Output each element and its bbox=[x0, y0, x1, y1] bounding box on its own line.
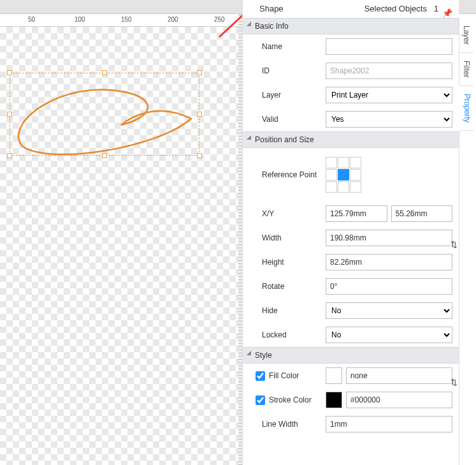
ref-se[interactable] bbox=[350, 181, 361, 193]
resize-handle-e[interactable] bbox=[197, 112, 202, 117]
ref-s[interactable] bbox=[338, 181, 349, 193]
resize-handle-se[interactable] bbox=[197, 153, 202, 158]
id-input bbox=[326, 63, 452, 79]
ruler-tick: 250 bbox=[214, 16, 225, 23]
canvas-checker[interactable] bbox=[0, 27, 242, 465]
height-label: Height bbox=[249, 258, 326, 267]
selection-bounds[interactable] bbox=[10, 73, 199, 156]
ref-center[interactable] bbox=[338, 169, 349, 181]
ruler-tick: 100 bbox=[75, 16, 85, 23]
ref-nw[interactable] bbox=[326, 157, 337, 168]
ruler-tick: 50 bbox=[28, 16, 35, 23]
canvas-area[interactable]: 50 100 150 200 250 bbox=[0, 14, 242, 465]
locked-label: Locked bbox=[249, 330, 326, 339]
panel-title: Shape bbox=[259, 4, 284, 13]
tab-filter[interactable]: Filter bbox=[459, 53, 473, 86]
swap-colors-icon[interactable]: ⇅ bbox=[451, 378, 458, 387]
ruler-tick: 150 bbox=[121, 16, 132, 23]
section-basic-info[interactable]: Basic Info bbox=[243, 18, 459, 34]
side-tabs: Layer Filter Property bbox=[459, 18, 476, 465]
reference-point-label: Reference Point bbox=[249, 170, 326, 179]
fill-color-label: Fill Color bbox=[269, 371, 299, 380]
width-label: Width bbox=[249, 233, 326, 242]
ref-n[interactable] bbox=[338, 157, 349, 168]
layer-select[interactable]: Print Layer bbox=[326, 87, 452, 103]
hide-select[interactable]: No bbox=[326, 302, 452, 319]
property-panel: Shape Selected Objects 1 📌 Basic Info Na… bbox=[242, 0, 459, 465]
fill-color-input[interactable] bbox=[346, 367, 452, 384]
fill-color-swatch[interactable] bbox=[326, 367, 342, 384]
width-input[interactable] bbox=[326, 230, 452, 246]
line-width-label: Line Width bbox=[249, 420, 326, 429]
hide-label: Hide bbox=[249, 306, 326, 315]
line-width-input[interactable] bbox=[326, 416, 452, 432]
selected-objects-label: Selected Objects bbox=[364, 4, 427, 13]
y-input[interactable] bbox=[391, 205, 453, 222]
stroke-color-swatch[interactable] bbox=[326, 392, 342, 408]
section-style[interactable]: Style bbox=[243, 347, 459, 364]
xy-label: X/Y bbox=[249, 209, 326, 218]
id-label: ID bbox=[249, 66, 326, 75]
ref-w[interactable] bbox=[326, 169, 337, 181]
locked-select[interactable]: No bbox=[326, 327, 452, 343]
resize-handle-w[interactable] bbox=[7, 112, 12, 117]
pin-icon[interactable]: 📌 bbox=[442, 4, 452, 22]
name-label: Name bbox=[249, 42, 326, 51]
resize-handle-s[interactable] bbox=[102, 153, 107, 158]
resize-handle-n[interactable] bbox=[102, 70, 107, 75]
reference-point-grid[interactable] bbox=[326, 157, 361, 193]
selected-objects-count: 1 bbox=[434, 4, 438, 13]
ruler-horizontal: 50 100 150 200 250 bbox=[0, 14, 242, 27]
tab-layer[interactable]: Layer bbox=[459, 18, 473, 53]
panel-header: Shape Selected Objects 1 📌 bbox=[243, 0, 459, 18]
height-input[interactable] bbox=[326, 254, 452, 270]
valid-label: Valid bbox=[249, 115, 326, 124]
ref-ne[interactable] bbox=[350, 157, 361, 168]
rotate-input[interactable] bbox=[326, 278, 452, 295]
ref-sw[interactable] bbox=[326, 181, 337, 193]
valid-select[interactable]: Yes bbox=[326, 111, 452, 128]
tab-property[interactable]: Property bbox=[459, 86, 474, 131]
ref-e[interactable] bbox=[350, 169, 361, 181]
rotate-label: Rotate bbox=[249, 282, 326, 291]
x-input[interactable] bbox=[326, 205, 387, 222]
resize-handle-sw[interactable] bbox=[7, 153, 12, 158]
fill-color-checkbox[interactable] bbox=[256, 371, 265, 381]
stroke-color-label: Stroke Color bbox=[269, 395, 312, 404]
resize-handle-ne[interactable] bbox=[197, 70, 202, 75]
link-wh-icon[interactable]: ⇅ bbox=[451, 240, 458, 249]
name-input[interactable] bbox=[326, 38, 452, 55]
ruler-tick: 200 bbox=[168, 16, 178, 23]
stroke-color-checkbox[interactable] bbox=[256, 395, 265, 405]
layer-label: Layer bbox=[249, 91, 326, 100]
resize-handle-nw[interactable] bbox=[7, 70, 12, 75]
stroke-color-input[interactable] bbox=[346, 392, 452, 408]
section-position-size[interactable]: Position and Size bbox=[243, 131, 459, 148]
